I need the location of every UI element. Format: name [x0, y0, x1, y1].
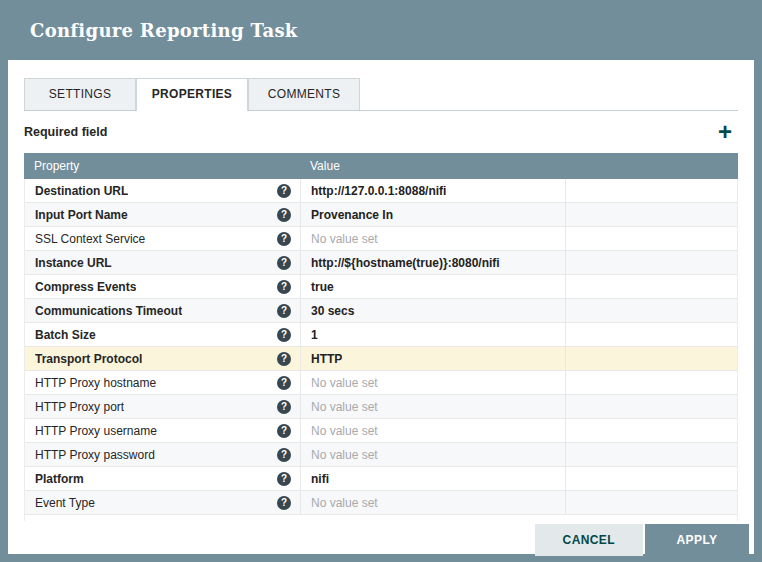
- property-name-cell: Compress Events?: [25, 275, 300, 298]
- property-row[interactable]: Batch Size?1: [25, 323, 737, 347]
- property-value[interactable]: Provenance In: [300, 203, 565, 226]
- property-name-cell: SSL Context Service?: [25, 227, 300, 250]
- tab-properties[interactable]: PROPERTIES: [136, 78, 248, 111]
- property-extra-cell: [565, 443, 737, 466]
- property-name: HTTP Proxy password: [35, 443, 155, 467]
- help-icon[interactable]: ?: [277, 352, 291, 366]
- property-name-cell: Communications Timeout?: [25, 299, 300, 322]
- property-value[interactable]: No value set: [300, 419, 565, 442]
- property-name: HTTP Proxy username: [35, 419, 157, 443]
- property-extra-cell: [565, 323, 737, 346]
- property-value[interactable]: 1: [300, 323, 565, 346]
- property-extra-cell: [565, 299, 737, 322]
- property-row[interactable]: Platform?nifi: [25, 467, 737, 491]
- property-extra-cell: [565, 347, 737, 370]
- property-extra-cell: [565, 227, 737, 250]
- required-field-label: Required field: [24, 125, 107, 139]
- property-value[interactable]: HTTP: [300, 347, 565, 370]
- property-name: Destination URL: [35, 179, 128, 203]
- property-row[interactable]: Compress Events?true: [25, 275, 737, 299]
- help-icon[interactable]: ?: [277, 496, 291, 510]
- help-icon[interactable]: ?: [277, 400, 291, 414]
- property-row[interactable]: HTTP Proxy port?No value set: [25, 395, 737, 419]
- property-name: Communications Timeout: [35, 299, 182, 323]
- plus-icon: +: [718, 118, 732, 145]
- property-name: HTTP Proxy hostname: [35, 371, 156, 395]
- dialog-footer: CANCEL APPLY: [535, 524, 749, 556]
- table-body: Destination URL?http://127.0.0.1:8088/ni…: [24, 179, 738, 521]
- property-extra-cell: [565, 371, 737, 394]
- help-icon[interactable]: ?: [277, 256, 291, 270]
- property-name-cell: Input Port Name?: [25, 203, 300, 226]
- property-row[interactable]: HTTP Proxy username?No value set: [25, 419, 737, 443]
- property-name-cell: Instance URL?: [25, 251, 300, 274]
- property-value[interactable]: 30 secs: [300, 299, 565, 322]
- property-row[interactable]: Instance URL?http://${hostname(true)}:80…: [25, 251, 737, 275]
- property-row[interactable]: HTTP Proxy password?No value set: [25, 443, 737, 467]
- property-name-cell: Destination URL?: [25, 179, 300, 202]
- property-name-cell: Platform?: [25, 467, 300, 490]
- property-name: Instance URL: [35, 251, 112, 275]
- help-icon[interactable]: ?: [277, 376, 291, 390]
- apply-button[interactable]: APPLY: [645, 524, 749, 556]
- property-row[interactable]: HTTP Proxy hostname?No value set: [25, 371, 737, 395]
- property-name: Transport Protocol: [35, 347, 142, 371]
- property-name-cell: HTTP Proxy password?: [25, 443, 300, 466]
- property-extra-cell: [565, 395, 737, 418]
- help-icon[interactable]: ?: [277, 424, 291, 438]
- tab-settings[interactable]: SETTINGS: [24, 78, 136, 110]
- tab-comments[interactable]: COMMENTS: [248, 78, 360, 110]
- property-extra-cell: [565, 203, 737, 226]
- help-icon[interactable]: ?: [277, 280, 291, 294]
- property-name: HTTP Proxy port: [35, 395, 124, 419]
- help-icon[interactable]: ?: [277, 328, 291, 342]
- property-row[interactable]: Transport Protocol?HTTP: [25, 347, 737, 371]
- property-value[interactable]: No value set: [300, 491, 565, 514]
- tab-bar: SETTINGS PROPERTIES COMMENTS: [24, 78, 738, 111]
- help-icon[interactable]: ?: [277, 184, 291, 198]
- property-name-cell: HTTP Proxy hostname?: [25, 371, 300, 394]
- property-name: Event Type: [35, 491, 95, 515]
- property-name-cell: Transport Protocol?: [25, 347, 300, 370]
- help-icon[interactable]: ?: [277, 208, 291, 222]
- property-extra-cell: [565, 419, 737, 442]
- property-value[interactable]: No value set: [300, 395, 565, 418]
- column-header-property: Property: [24, 153, 300, 179]
- configure-reporting-task-dialog: SETTINGS PROPERTIES COMMENTS Required fi…: [8, 60, 754, 554]
- help-icon[interactable]: ?: [277, 448, 291, 462]
- property-row[interactable]: Communications Timeout?30 secs: [25, 299, 737, 323]
- property-name-cell: Batch Size?: [25, 323, 300, 346]
- property-name-cell: Event Type?: [25, 491, 300, 514]
- table-toolbar: Required field +: [24, 111, 738, 153]
- property-extra-cell: [565, 251, 737, 274]
- property-row[interactable]: SSL Context Service?No value set: [25, 227, 737, 251]
- property-name-cell: HTTP Proxy port?: [25, 395, 300, 418]
- property-row[interactable]: Input Port Name?Provenance In: [25, 203, 737, 227]
- property-name: Input Port Name: [35, 203, 128, 227]
- column-header-value: Value: [300, 153, 738, 179]
- property-name-cell: HTTP Proxy username?: [25, 419, 300, 442]
- property-value[interactable]: http://127.0.0.1:8088/nifi: [300, 179, 565, 202]
- dialog-header: Configure Reporting Task: [0, 0, 762, 60]
- property-value[interactable]: No value set: [300, 371, 565, 394]
- help-icon[interactable]: ?: [277, 304, 291, 318]
- properties-table: Property Value Destination URL?http://12…: [24, 153, 738, 521]
- help-icon[interactable]: ?: [277, 232, 291, 246]
- property-name: Platform: [35, 467, 84, 491]
- property-value[interactable]: No value set: [300, 227, 565, 250]
- property-row[interactable]: Destination URL?http://127.0.0.1:8088/ni…: [25, 179, 737, 203]
- table-header-row: Property Value: [24, 153, 738, 179]
- add-property-button[interactable]: +: [712, 120, 738, 144]
- property-extra-cell: [565, 275, 737, 298]
- property-value[interactable]: true: [300, 275, 565, 298]
- property-value[interactable]: http://${hostname(true)}:8080/nifi: [300, 251, 565, 274]
- cancel-button[interactable]: CANCEL: [535, 524, 643, 556]
- property-extra-cell: [565, 467, 737, 490]
- property-value[interactable]: No value set: [300, 443, 565, 466]
- dialog-title: Configure Reporting Task: [30, 20, 298, 41]
- property-row[interactable]: Event Type?No value set: [25, 491, 737, 515]
- property-value[interactable]: nifi: [300, 467, 565, 490]
- property-name: Compress Events: [35, 275, 136, 299]
- property-extra-cell: [565, 179, 737, 202]
- help-icon[interactable]: ?: [277, 472, 291, 486]
